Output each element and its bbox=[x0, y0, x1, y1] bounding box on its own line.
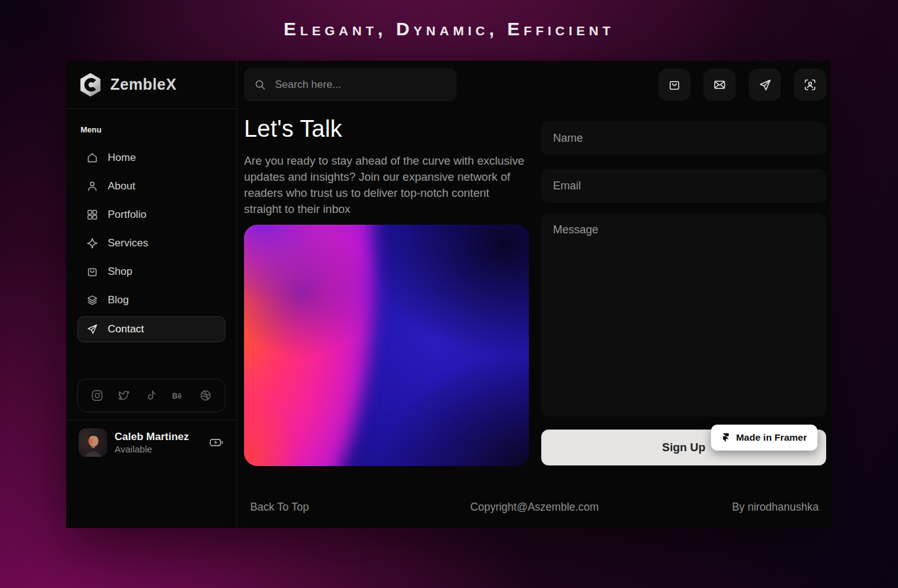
sidebar-item-home[interactable]: Home bbox=[77, 144, 225, 172]
send-icon bbox=[758, 78, 772, 92]
layers-icon bbox=[86, 294, 98, 306]
shopping-bag-icon bbox=[668, 78, 681, 92]
paper-plane-icon bbox=[86, 323, 98, 335]
sidebar: ZembleX Menu Home About bbox=[66, 61, 237, 528]
badge-label: Made in Framer bbox=[736, 432, 807, 443]
instagram-icon[interactable] bbox=[90, 389, 104, 402]
sidebar-menu: Menu Home About bbox=[66, 125, 237, 344]
gradient-hero-image bbox=[244, 225, 529, 466]
sidebar-item-blog[interactable]: Blog bbox=[77, 286, 225, 314]
sidebar-item-services[interactable]: Services bbox=[77, 229, 225, 257]
credit-text: By nirodhanushka bbox=[732, 501, 819, 514]
tiktok-icon[interactable] bbox=[144, 389, 158, 402]
sidebar-item-contact[interactable]: Contact bbox=[77, 316, 225, 342]
twitter-icon[interactable] bbox=[117, 389, 131, 402]
sidebar-item-shop[interactable]: Shop bbox=[77, 257, 225, 286]
menu-label: Menu bbox=[77, 125, 225, 136]
battery-charging-icon bbox=[209, 437, 224, 448]
content-row: Let's Talk Are you ready to stay ahead o… bbox=[244, 115, 826, 466]
mail-button[interactable] bbox=[704, 69, 736, 101]
sidebar-item-label: Portfolio bbox=[108, 209, 146, 221]
mail-icon bbox=[713, 78, 726, 92]
page-tagline: Elegant, Dynamic, Efficient bbox=[0, 19, 898, 40]
search-bar bbox=[244, 68, 456, 102]
app-window: ZembleX Menu Home About bbox=[66, 61, 830, 528]
svg-text:Bē: Bē bbox=[172, 392, 182, 400]
sidebar-item-portfolio[interactable]: Portfolio bbox=[77, 201, 225, 229]
gradient-sphere bbox=[244, 225, 374, 466]
topbar bbox=[244, 68, 826, 102]
shopping-bag-icon bbox=[86, 266, 98, 278]
topbar-actions bbox=[658, 69, 826, 101]
profile-name: Caleb Martinez bbox=[115, 430, 189, 443]
sidebar-item-label: Contact bbox=[108, 323, 144, 335]
sidebar-item-label: Blog bbox=[108, 294, 129, 306]
sidebar-item-label: Services bbox=[108, 237, 148, 249]
made-in-framer-badge[interactable]: Made in Framer bbox=[711, 425, 817, 451]
social-links: Bē bbox=[77, 379, 225, 412]
copyright-text: Copyright@Aszemble.com bbox=[470, 501, 598, 514]
sidebar-item-label: About bbox=[108, 180, 135, 192]
sidebar-item-about[interactable]: About bbox=[77, 172, 225, 201]
user-icon bbox=[86, 180, 98, 192]
sparkle-icon bbox=[86, 237, 98, 249]
user-scan-button[interactable] bbox=[794, 69, 826, 101]
dribbble-icon[interactable] bbox=[199, 389, 212, 402]
intro-description: Are you ready to stay ahead of the curve… bbox=[244, 153, 529, 217]
user-profile[interactable]: Caleb Martinez Available bbox=[66, 420, 237, 465]
email-field[interactable] bbox=[541, 169, 826, 203]
brand-name: ZembleX bbox=[110, 76, 177, 93]
shopping-bag-button[interactable] bbox=[658, 69, 691, 101]
sidebar-item-label: Home bbox=[108, 152, 136, 164]
user-scan-icon bbox=[803, 78, 817, 92]
name-field[interactable] bbox=[541, 121, 826, 155]
grid-icon bbox=[86, 209, 98, 221]
footer: Back To Top Copyright@Aszemble.com By ni… bbox=[250, 501, 819, 514]
message-field[interactable] bbox=[541, 214, 826, 417]
page-title: Let's Talk bbox=[244, 115, 529, 143]
profile-status: Available bbox=[115, 443, 189, 455]
send-button[interactable] bbox=[749, 69, 781, 101]
framer-icon bbox=[721, 432, 730, 443]
search-icon bbox=[254, 79, 266, 91]
behance-icon[interactable]: Bē bbox=[171, 389, 186, 402]
brand-logo[interactable]: ZembleX bbox=[66, 61, 237, 109]
home-icon bbox=[86, 152, 98, 164]
contact-form: Sign Up bbox=[541, 121, 826, 466]
intro-column: Let's Talk Are you ready to stay ahead o… bbox=[244, 115, 529, 466]
sidebar-item-label: Shop bbox=[108, 266, 133, 278]
back-to-top-link[interactable]: Back To Top bbox=[250, 501, 309, 514]
page: Elegant, Dynamic, Efficient ZembleX bbox=[0, 0, 898, 588]
main-area: Let's Talk Are you ready to stay ahead o… bbox=[237, 61, 830, 528]
avatar bbox=[79, 428, 107, 457]
search-input[interactable] bbox=[274, 78, 447, 92]
hexagon-c-logo-icon bbox=[79, 72, 102, 98]
